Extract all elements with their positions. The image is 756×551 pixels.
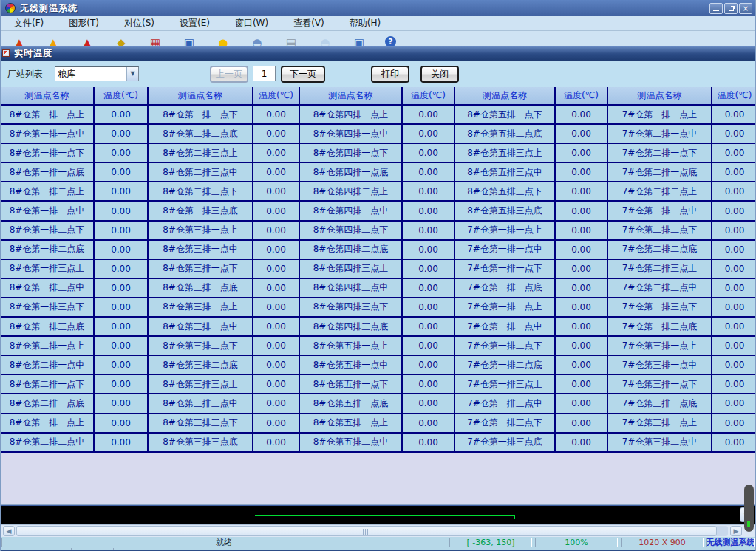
drawing-canvas-strip: ▼	[1, 506, 755, 524]
cell-temperature: 0.00	[403, 394, 455, 412]
cell-point-name: 8#仓第五排一点底	[300, 394, 403, 412]
cell-point-name: 7#仓第一排三点下	[455, 414, 556, 432]
cell-temperature: 0.00	[403, 182, 455, 200]
printer-icon[interactable]: ▤	[283, 35, 299, 46]
window-icon[interactable]: ▣	[181, 35, 197, 46]
cell-temperature: 0.00	[403, 414, 455, 432]
table-row: 8#仓第一排二点中0.008#仓第二排三点底0.008#仓第四排二点中0.008…	[1, 202, 755, 221]
cell-temperature: 0.00	[556, 222, 608, 239]
status-bar: 就绪 [ -363, 150] 100% 1020 X 900 无线测温系统	[1, 537, 755, 548]
minimize-icon	[713, 10, 719, 11]
cell-point-name: 7#仓第二排三点上	[608, 260, 712, 278]
cell-temperature: 0.00	[95, 222, 149, 239]
cell-point-name: 7#仓第一排二点中	[455, 318, 556, 335]
toolbar: ▲▲▲◆▦▣●◓▤◓▣?	[1, 31, 755, 46]
prev-page-button[interactable]: 上一页	[210, 66, 248, 83]
cell-point-name: 8#仓第五排一点中	[300, 356, 403, 374]
table-row: 8#仓第二排二点中0.008#仓第三排三点底0.008#仓第五排二点中0.007…	[1, 434, 755, 453]
cell-temperature: 0.00	[403, 434, 455, 451]
cell-point-name: 8#仓第二排一点下	[1, 375, 95, 393]
cell-point-name: 8#仓第五排二点中	[300, 434, 403, 451]
cell-point-name: 7#仓第三排一点上	[608, 337, 712, 355]
cell-point-name: 7#仓第二排二点上	[608, 182, 712, 200]
cell-point-name: 7#仓第二排三点底	[608, 318, 712, 335]
cell-point-name: 7#仓第二排二点下	[608, 222, 712, 239]
scroll-right-button[interactable]: ▶	[730, 526, 742, 536]
cell-temperature: 0.00	[253, 318, 300, 335]
monitor-icon[interactable]: ▣	[351, 35, 367, 46]
restore-button[interactable]	[724, 3, 738, 14]
cell-temperature: 0.00	[556, 394, 608, 412]
chevron-down-icon[interactable]: ▼	[126, 67, 138, 81]
close-button[interactable]: ×	[739, 3, 752, 14]
page-number-input[interactable]	[253, 66, 276, 81]
menu-item[interactable]: 窗口(W)	[228, 16, 276, 31]
horizontal-scrollbar-thumb[interactable]	[16, 526, 717, 536]
flame-cone-icon[interactable]: ▲	[45, 35, 61, 46]
column-header-name: 测温点名称	[608, 87, 712, 104]
menu-item[interactable]: 对位(S)	[117, 16, 162, 31]
cell-temperature: 0.00	[712, 337, 756, 355]
cell-point-name: 7#仓第一排三点中	[455, 394, 556, 412]
cell-temperature: 0.00	[253, 241, 300, 259]
cell-point-name: 8#仓第一排一点下	[1, 144, 95, 162]
cell-temperature: 0.00	[403, 144, 455, 162]
horizontal-scrollbar-track[interactable]	[16, 526, 728, 536]
cell-temperature: 0.00	[712, 222, 756, 239]
menu-item[interactable]: 帮助(H)	[342, 16, 388, 31]
scroll-left-button[interactable]: ◀	[3, 526, 15, 536]
cell-temperature: 0.00	[712, 356, 756, 374]
help-icon[interactable]: ?	[385, 36, 396, 46]
gauge-icon[interactable]: ◓	[249, 35, 265, 46]
cell-point-name: 8#仓第四排三点上	[300, 260, 403, 278]
table-row: 8#仓第一排三点上0.008#仓第三排一点下0.008#仓第四排三点上0.007…	[1, 260, 755, 279]
table-row: 8#仓第一排二点上0.008#仓第二排三点下0.008#仓第四排二点上0.008…	[1, 182, 755, 202]
empty-client-area	[1, 453, 755, 504]
menu-item[interactable]: 文件(F)	[7, 16, 51, 31]
cell-point-name: 8#仓第三排三点上	[149, 375, 253, 393]
cell-point-name: 7#仓第三排一点下	[608, 375, 712, 393]
dome-icon[interactable]: ◓	[317, 35, 333, 46]
vertical-scrollbar-thumb[interactable]	[744, 485, 754, 532]
cell-temperature: 0.00	[403, 241, 455, 259]
cell-point-name: 8#仓第五排一点下	[300, 375, 403, 393]
table-row: 8#仓第二排一点下0.008#仓第三排三点上0.008#仓第五排一点下0.007…	[1, 375, 755, 394]
menu-item[interactable]: 查看(V)	[286, 16, 332, 31]
table-row: 8#仓第一排三点下0.008#仓第三排二点上0.008#仓第四排三点下0.007…	[1, 298, 755, 318]
status-canvas-size: 1020 X 900	[621, 538, 704, 547]
menu-item[interactable]: 图形(T)	[61, 16, 106, 31]
cell-temperature: 0.00	[403, 375, 455, 393]
cell-temperature: 0.00	[95, 414, 149, 432]
donut-icon[interactable]: ●	[215, 35, 231, 46]
cell-point-name: 8#仓第一排一点底	[1, 163, 95, 181]
cell-point-name: 8#仓第一排三点中	[1, 279, 95, 297]
print-button[interactable]: 打印	[371, 66, 409, 83]
cell-temperature: 0.00	[403, 202, 455, 219]
minimize-button[interactable]	[709, 3, 723, 14]
menu-item[interactable]: 设置(E)	[172, 16, 217, 31]
cell-temperature: 0.00	[253, 222, 300, 239]
close-window-button[interactable]: 关闭	[420, 66, 459, 83]
cell-point-name: 7#仓第二排一点中	[608, 125, 712, 143]
child-window-icon	[2, 49, 10, 57]
table-row: 8#仓第二排一点上0.008#仓第三排二点下0.008#仓第五排一点上0.007…	[1, 337, 755, 356]
cell-temperature: 0.00	[403, 318, 455, 335]
table-row: 8#仓第一排二点底0.008#仓第三排一点中0.008#仓第四排二点底0.007…	[1, 241, 755, 260]
next-page-button[interactable]: 下一页	[281, 66, 325, 83]
table-row: 8#仓第一排三点底0.008#仓第三排二点中0.008#仓第四排三点底0.007…	[1, 318, 755, 337]
child-window-title: 实时温度	[14, 47, 52, 60]
cell-temperature: 0.00	[253, 414, 300, 432]
shapes-icon[interactable]: ◆	[113, 35, 129, 46]
cell-temperature: 0.00	[712, 241, 756, 259]
cell-temperature: 0.00	[253, 182, 300, 200]
grid-icon[interactable]: ▦	[147, 35, 163, 46]
burn-icon[interactable]: ▲	[11, 35, 27, 46]
cell-point-name: 8#仓第五排三点上	[455, 144, 556, 162]
cell-point-name: 8#仓第四排三点中	[300, 279, 403, 297]
horizontal-scrollbar[interactable]: ◀ ▶	[1, 524, 755, 537]
column-header-temp: 温度(℃)	[556, 87, 608, 104]
annotate-icon[interactable]: ▲	[79, 35, 95, 46]
station-combobox[interactable]: 粮库 ▼	[55, 66, 139, 81]
cell-point-name: 8#仓第二排一点上	[1, 337, 95, 355]
cell-point-name: 8#仓第二排二点中	[1, 434, 95, 451]
